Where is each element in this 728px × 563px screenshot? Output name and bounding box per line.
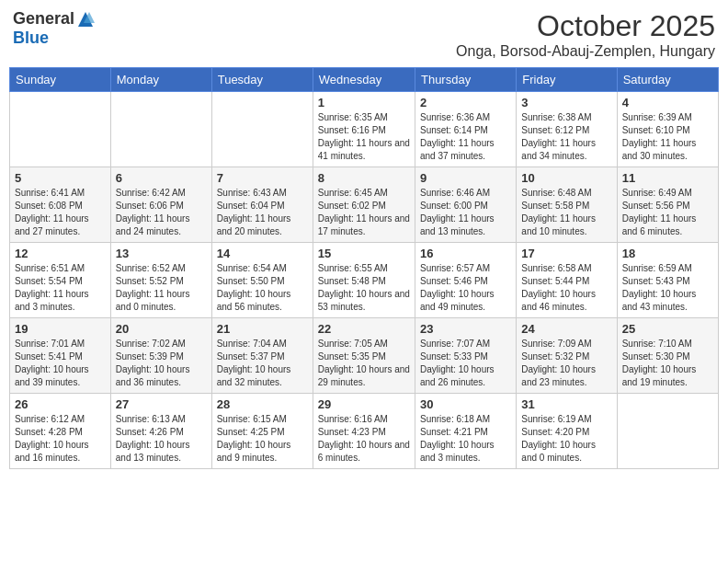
table-row: 11Sunrise: 6:49 AM Sunset: 5:56 PM Dayli… (617, 167, 718, 243)
col-monday: Monday (110, 68, 211, 92)
table-row: 27Sunrise: 6:13 AM Sunset: 4:26 PM Dayli… (110, 394, 211, 469)
day-info: Sunrise: 6:38 AM Sunset: 6:12 PM Dayligh… (521, 111, 611, 163)
day-number: 31 (521, 397, 611, 411)
logo-blue-text: Blue (13, 29, 49, 48)
day-info: Sunrise: 6:52 AM Sunset: 5:52 PM Dayligh… (116, 262, 207, 314)
day-info: Sunrise: 6:48 AM Sunset: 5:58 PM Dayligh… (521, 187, 611, 238)
table-row: 7Sunrise: 6:43 AM Sunset: 6:04 PM Daylig… (211, 167, 313, 243)
col-friday: Friday (517, 68, 617, 92)
col-saturday: Saturday (617, 68, 718, 92)
day-number: 26 (15, 397, 106, 411)
month-title: October 2025 (456, 9, 715, 43)
day-info: Sunrise: 6:42 AM Sunset: 6:06 PM Dayligh… (116, 187, 207, 238)
day-info: Sunrise: 6:46 AM Sunset: 6:00 PM Dayligh… (420, 187, 511, 238)
day-info: Sunrise: 7:07 AM Sunset: 5:33 PM Dayligh… (420, 338, 511, 389)
day-info: Sunrise: 6:12 AM Sunset: 4:28 PM Dayligh… (15, 413, 106, 465)
day-info: Sunrise: 6:49 AM Sunset: 5:56 PM Dayligh… (622, 187, 713, 238)
logo: General Blue (13, 9, 95, 48)
logo-general-text: General (13, 9, 74, 29)
day-info: Sunrise: 7:10 AM Sunset: 5:30 PM Dayligh… (622, 338, 713, 389)
day-info: Sunrise: 6:51 AM Sunset: 5:54 PM Dayligh… (15, 262, 106, 314)
col-tuesday: Tuesday (211, 68, 313, 92)
day-info: Sunrise: 6:41 AM Sunset: 6:08 PM Dayligh… (15, 187, 106, 238)
table-row: 24Sunrise: 7:09 AM Sunset: 5:32 PM Dayli… (517, 318, 617, 394)
day-number: 5 (15, 171, 106, 185)
table-row: 2Sunrise: 6:36 AM Sunset: 6:14 PM Daylig… (415, 92, 516, 167)
day-info: Sunrise: 6:19 AM Sunset: 4:20 PM Dayligh… (521, 413, 611, 465)
day-number: 19 (15, 322, 106, 336)
day-number: 1 (318, 96, 410, 109)
day-number: 10 (521, 171, 611, 185)
day-number: 20 (116, 322, 207, 336)
day-number: 23 (420, 322, 511, 336)
day-info: Sunrise: 6:57 AM Sunset: 5:46 PM Dayligh… (420, 262, 511, 314)
table-row: 30Sunrise: 6:18 AM Sunset: 4:21 PM Dayli… (415, 394, 516, 469)
day-number: 22 (318, 322, 410, 336)
day-number: 13 (116, 247, 207, 260)
day-info: Sunrise: 7:04 AM Sunset: 5:37 PM Dayligh… (217, 338, 308, 389)
table-row: 14Sunrise: 6:54 AM Sunset: 5:50 PM Dayli… (211, 243, 313, 318)
table-row: 28Sunrise: 6:15 AM Sunset: 4:25 PM Dayli… (211, 394, 313, 469)
page-header: General Blue October 2025 Onga, Borsod-A… (9, 9, 719, 60)
table-row (211, 92, 313, 167)
table-row: 5Sunrise: 6:41 AM Sunset: 6:08 PM Daylig… (10, 167, 111, 243)
table-row: 8Sunrise: 6:45 AM Sunset: 6:02 PM Daylig… (313, 167, 415, 243)
day-number: 17 (521, 247, 611, 260)
table-row: 26Sunrise: 6:12 AM Sunset: 4:28 PM Dayli… (10, 394, 111, 469)
table-row (10, 92, 111, 167)
table-row: 1Sunrise: 6:35 AM Sunset: 6:16 PM Daylig… (313, 92, 415, 167)
title-section: October 2025 Onga, Borsod-Abauj-Zemplen,… (456, 9, 715, 60)
logo-icon (76, 10, 95, 29)
day-number: 7 (217, 171, 308, 185)
day-info: Sunrise: 6:35 AM Sunset: 6:16 PM Dayligh… (318, 111, 410, 163)
day-info: Sunrise: 6:55 AM Sunset: 5:48 PM Dayligh… (318, 262, 410, 314)
day-number: 8 (318, 171, 410, 185)
day-number: 24 (521, 322, 611, 336)
col-wednesday: Wednesday (313, 68, 415, 92)
day-info: Sunrise: 6:43 AM Sunset: 6:04 PM Dayligh… (217, 187, 308, 238)
day-number: 12 (15, 247, 106, 260)
day-info: Sunrise: 6:15 AM Sunset: 4:25 PM Dayligh… (217, 413, 308, 465)
table-row: 12Sunrise: 6:51 AM Sunset: 5:54 PM Dayli… (10, 243, 111, 318)
day-info: Sunrise: 6:45 AM Sunset: 6:02 PM Dayligh… (318, 187, 410, 238)
day-info: Sunrise: 7:01 AM Sunset: 5:41 PM Dayligh… (15, 338, 106, 389)
day-info: Sunrise: 7:05 AM Sunset: 5:35 PM Dayligh… (318, 338, 410, 389)
table-row: 19Sunrise: 7:01 AM Sunset: 5:41 PM Dayli… (10, 318, 111, 394)
day-number: 3 (521, 96, 611, 109)
calendar-week-row: 19Sunrise: 7:01 AM Sunset: 5:41 PM Dayli… (10, 318, 719, 394)
col-sunday: Sunday (10, 68, 111, 92)
table-row: 21Sunrise: 7:04 AM Sunset: 5:37 PM Dayli… (211, 318, 313, 394)
day-info: Sunrise: 6:16 AM Sunset: 4:23 PM Dayligh… (318, 413, 410, 465)
day-info: Sunrise: 6:59 AM Sunset: 5:43 PM Dayligh… (622, 262, 713, 314)
day-number: 2 (420, 96, 511, 109)
day-number: 21 (217, 322, 308, 336)
day-number: 4 (622, 96, 713, 109)
col-thursday: Thursday (415, 68, 516, 92)
location-title: Onga, Borsod-Abauj-Zemplen, Hungary (456, 43, 715, 60)
day-info: Sunrise: 6:39 AM Sunset: 6:10 PM Dayligh… (622, 111, 713, 163)
day-number: 6 (116, 171, 207, 185)
calendar-week-row: 26Sunrise: 6:12 AM Sunset: 4:28 PM Dayli… (10, 394, 719, 469)
day-number: 9 (420, 171, 511, 185)
calendar-table: Sunday Monday Tuesday Wednesday Thursday… (9, 67, 719, 469)
table-row (617, 394, 718, 469)
table-row: 4Sunrise: 6:39 AM Sunset: 6:10 PM Daylig… (617, 92, 718, 167)
day-number: 27 (116, 397, 207, 411)
table-row: 18Sunrise: 6:59 AM Sunset: 5:43 PM Dayli… (617, 243, 718, 318)
day-info: Sunrise: 6:36 AM Sunset: 6:14 PM Dayligh… (420, 111, 511, 163)
table-row: 22Sunrise: 7:05 AM Sunset: 5:35 PM Dayli… (313, 318, 415, 394)
table-row: 3Sunrise: 6:38 AM Sunset: 6:12 PM Daylig… (517, 92, 617, 167)
table-row: 31Sunrise: 6:19 AM Sunset: 4:20 PM Dayli… (517, 394, 617, 469)
table-row: 29Sunrise: 6:16 AM Sunset: 4:23 PM Dayli… (313, 394, 415, 469)
day-number: 16 (420, 247, 511, 260)
day-number: 14 (217, 247, 308, 260)
calendar-week-row: 12Sunrise: 6:51 AM Sunset: 5:54 PM Dayli… (10, 243, 719, 318)
day-info: Sunrise: 6:13 AM Sunset: 4:26 PM Dayligh… (116, 413, 207, 465)
table-row: 16Sunrise: 6:57 AM Sunset: 5:46 PM Dayli… (415, 243, 516, 318)
table-row (110, 92, 211, 167)
table-row: 17Sunrise: 6:58 AM Sunset: 5:44 PM Dayli… (517, 243, 617, 318)
day-number: 29 (318, 397, 410, 411)
table-row: 15Sunrise: 6:55 AM Sunset: 5:48 PM Dayli… (313, 243, 415, 318)
day-number: 18 (622, 247, 713, 260)
day-number: 28 (217, 397, 308, 411)
